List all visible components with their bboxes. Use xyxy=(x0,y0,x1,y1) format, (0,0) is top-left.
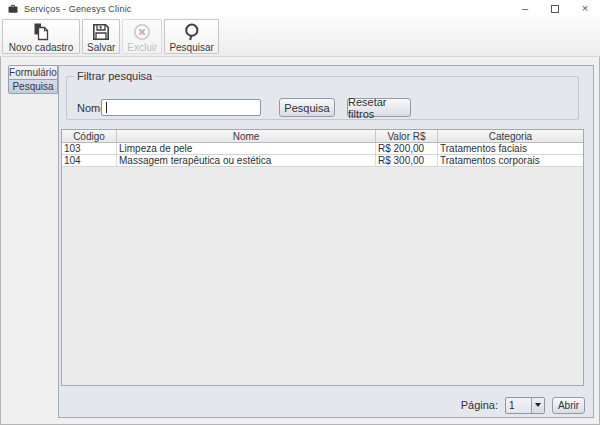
cell-valor: R$ 300,00 xyxy=(376,155,438,166)
table-row[interactable]: 104 Massagem terapêutica ou estética R$ … xyxy=(62,155,583,167)
search-button[interactable]: Pesquisa xyxy=(279,98,335,117)
cell-categoria: Tratamentos corporais xyxy=(438,155,583,166)
titlebar: Serviços - Genesys Clinic – × xyxy=(0,0,600,17)
new-record-button[interactable]: Novo cadastro xyxy=(2,19,80,54)
tab-pesquisa[interactable]: Pesquisa xyxy=(8,79,58,94)
cell-nome: Massagem terapêutica ou estética xyxy=(117,155,376,166)
maximize-icon xyxy=(551,5,559,13)
new-record-icon xyxy=(31,22,51,42)
tab-label: Formulário xyxy=(9,67,57,78)
minimize-button[interactable]: – xyxy=(510,0,540,17)
cell-codigo: 103 xyxy=(62,143,117,154)
table-row[interactable]: 103 Limpeza de pele R$ 200,00 Tratamento… xyxy=(62,143,583,155)
tab-formulario[interactable]: Formulário xyxy=(8,65,58,80)
search-icon xyxy=(182,22,202,42)
close-button[interactable]: × xyxy=(570,0,600,17)
toolbar-button-label: Novo cadastro xyxy=(9,42,73,53)
filter-groupbox: Filtrar pesquisa Nome: Pesquisa Resetar … xyxy=(66,70,579,120)
open-button[interactable]: Abrir xyxy=(552,397,585,414)
app-window: Serviços - Genesys Clinic – × Novo cadas… xyxy=(0,0,600,425)
delete-icon xyxy=(132,22,152,42)
window-title: Serviços - Genesys Clinic xyxy=(24,4,132,14)
text-caret xyxy=(106,102,107,113)
cell-valor: R$ 200,00 xyxy=(376,143,438,154)
toolbar: Novo cadastro Salvar Excluir xyxy=(0,17,600,57)
pesquisa-tab-panel: Filtrar pesquisa Nome: Pesquisa Resetar … xyxy=(58,65,594,418)
app-icon xyxy=(8,4,18,14)
table-header: Código Nome Valor R$ Categoria xyxy=(62,130,583,143)
save-button[interactable]: Salvar xyxy=(82,19,120,54)
delete-button[interactable]: Excluir xyxy=(122,19,162,54)
toolbar-button-label: Excluir xyxy=(127,42,157,53)
search-toolbar-button[interactable]: Pesquisar xyxy=(164,19,218,54)
column-header-nome[interactable]: Nome xyxy=(117,130,376,142)
maximize-button[interactable] xyxy=(540,0,570,17)
name-input[interactable] xyxy=(101,99,261,116)
save-icon xyxy=(91,22,111,42)
pagination-bar: Página: 1 Abrir xyxy=(461,396,585,414)
tab-label: Pesquisa xyxy=(12,81,53,92)
page-combobox-value: 1 xyxy=(506,398,531,413)
window-controls: – × xyxy=(510,0,600,17)
page-combobox[interactable]: 1 xyxy=(505,397,545,414)
toolbar-button-label: Salvar xyxy=(87,42,115,53)
reset-filters-button[interactable]: Resetar filtros xyxy=(347,98,411,117)
filter-title: Filtrar pesquisa xyxy=(74,70,155,82)
results-scrollpane: Código Nome Valor R$ Categoria 103 Limpe… xyxy=(61,129,584,386)
cell-nome: Limpeza de pele xyxy=(117,143,376,154)
chevron-down-icon[interactable] xyxy=(531,398,544,413)
cell-codigo: 104 xyxy=(62,155,117,166)
column-header-valor[interactable]: Valor R$ xyxy=(376,130,438,142)
toolbar-button-label: Pesquisar xyxy=(169,42,213,53)
column-header-codigo[interactable]: Código xyxy=(62,130,117,142)
page-label: Página: xyxy=(461,399,498,411)
cell-categoria: Tratamentos faciais xyxy=(438,143,583,154)
column-header-categoria[interactable]: Categoria xyxy=(438,130,583,142)
